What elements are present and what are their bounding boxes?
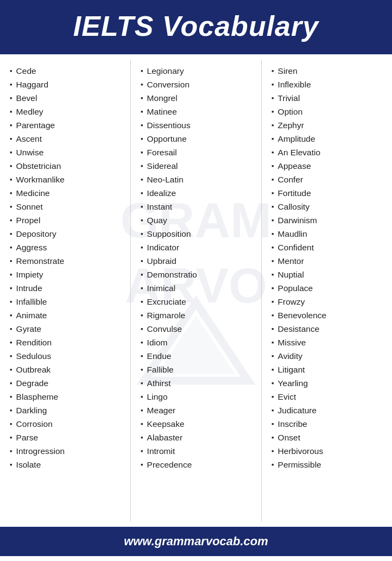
list-item: Quay [141,213,256,227]
list-item: Meager [141,404,256,417]
list-item: Indicator [141,241,256,254]
footer-url: www.grammarvocab.com [124,534,268,548]
list-item: Evict [271,390,387,404]
list-item: Obstetrician [10,159,125,173]
list-item: Demonstratio [141,268,256,281]
list-item: Confident [271,241,387,254]
list-item: Permissible [271,458,387,471]
list-item: Benevolence [271,308,387,322]
list-item: Bevel [10,91,125,105]
list-item: Inscribe [271,417,387,431]
list-item: Keepsake [141,417,256,431]
list-item: Darwinism [271,213,387,227]
page-title: IELTS Vocabulary [11,10,381,42]
footer: www.grammarvocab.com [0,527,392,556]
list-item: Unwise [10,146,125,159]
list-item: Blaspheme [10,390,125,404]
list-item: Instant [141,200,256,213]
list-item: Desistance [271,322,387,336]
list-item: Opportune [141,132,256,146]
list-item: Option [271,105,387,118]
list-item: Aggress [10,241,125,254]
list-item: Matinee [141,105,256,118]
list-item: Legionary [141,64,256,78]
list-item: Convulse [141,322,256,336]
list-item: Isolate [10,458,125,471]
list-item: Darkling [10,404,125,417]
list-item: Confer [271,173,387,186]
list-item: Rendition [10,336,125,349]
column-3: SirenInflexibleTrivialOptionZephyrAmplit… [262,60,392,521]
list-item: Medley [10,105,125,118]
list-item: Intrude [10,281,125,295]
list-item: Amplitude [271,132,387,146]
list-item: Depository [10,227,125,241]
list-item: Avidity [271,349,387,363]
list-item: Impiety [10,268,125,281]
list-item: Athirst [141,376,256,390]
word-list-2: LegionaryConversionMongrelMatineeDissent… [141,64,256,471]
list-item: Siren [271,64,387,78]
list-item: Fortitude [271,186,387,200]
list-item: Supposition [141,227,256,241]
list-item: Nuptial [271,268,387,281]
list-item: Outbreak [10,363,125,376]
list-item: Conversion [141,78,256,91]
list-item: Onset [271,431,387,444]
list-item: Parentage [10,118,125,132]
list-item: Zephyr [271,118,387,132]
list-item: Neo-Latin [141,173,256,186]
list-item: Precedence [141,458,256,471]
list-item: Idealize [141,186,256,200]
list-item: Excruciate [141,295,256,308]
list-item: Sonnet [10,200,125,213]
column-1: CedeHaggardBevelMedleyParentageAscentUnw… [0,60,131,521]
list-item: Sedulous [10,349,125,363]
list-item: Endue [141,349,256,363]
list-item: Missive [271,336,387,349]
content-area: GRAM ARVO CedeHaggardBevelMedleyParentag… [0,54,392,527]
list-item: Inflexible [271,78,387,91]
list-item: Trivial [271,91,387,105]
list-item: Cede [10,64,125,78]
list-item: Ascent [10,132,125,146]
list-item: Judicature [271,404,387,417]
word-list-3: SirenInflexibleTrivialOptionZephyrAmplit… [271,64,387,471]
list-item: Herbivorous [271,444,387,458]
list-item: Infallible [10,295,125,308]
list-item: Introgression [10,444,125,458]
list-item: An Elevatio [271,146,387,159]
list-item: Rigmarole [141,308,256,322]
list-item: Appease [271,159,387,173]
list-item: Remonstrate [10,254,125,268]
list-item: Inimical [141,281,256,295]
list-item: Animate [10,308,125,322]
list-item: Intromit [141,444,256,458]
list-item: Callosity [271,200,387,213]
list-item: Litigant [271,363,387,376]
list-item: Idiom [141,336,256,349]
list-item: Propel [10,213,125,227]
list-item: Medicine [10,186,125,200]
list-item: Lingo [141,390,256,404]
list-item: Degrade [10,376,125,390]
word-list-1: CedeHaggardBevelMedleyParentageAscentUnw… [10,64,125,471]
list-item: Gyrate [10,322,125,336]
list-item: Yearling [271,376,387,390]
header: IELTS Vocabulary [0,0,392,54]
list-item: Populace [271,281,387,295]
list-item: Foresail [141,146,256,159]
list-item: Fallible [141,363,256,376]
list-item: Workmanlike [10,173,125,186]
list-item: Maudlin [271,227,387,241]
list-item: Dissentious [141,118,256,132]
column-2: LegionaryConversionMongrelMatineeDissent… [131,60,262,521]
list-item: Upbraid [141,254,256,268]
list-item: Sidereal [141,159,256,173]
list-item: Corrosion [10,417,125,431]
list-item: Parse [10,431,125,444]
list-item: Alabaster [141,431,256,444]
list-item: Haggard [10,78,125,91]
list-item: Mongrel [141,91,256,105]
list-item: Mentor [271,254,387,268]
